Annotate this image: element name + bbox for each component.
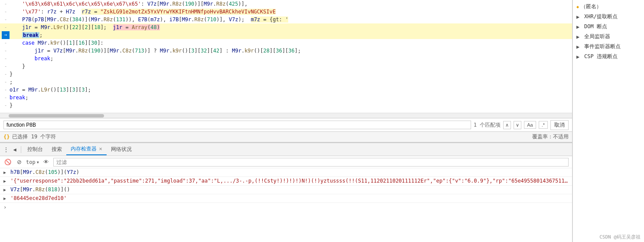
search-prev-button[interactable]: ∧ <box>503 121 511 129</box>
code-content-13: break; <box>10 94 572 101</box>
code-lines: - '\x63\x68\x61\x6c\x6c\x65\x6e\x67\x65'… <box>0 0 572 113</box>
search-match-count: 1 个匹配项 <box>474 121 501 129</box>
csp-arrow-icon: ▶ <box>576 54 582 60</box>
line-gutter-9: - <box>2 62 10 70</box>
tab-console[interactable]: 控制台 <box>23 144 47 155</box>
entry3-text: V7z[M9r.R8z(818)]() <box>10 186 569 193</box>
line-gutter-1: - <box>2 0 10 8</box>
line-gutter-5: → <box>2 31 10 39</box>
clear-console-button[interactable]: 🚫 <box>3 158 12 167</box>
code-line-2: - '\x77': r7z + H7z r7z = "ZskLG91e2motZ… <box>0 8 572 16</box>
line-gutter-12: - <box>2 86 10 94</box>
code-line-13: - break; <box>0 94 572 101</box>
tab-separator-1 <box>21 146 21 153</box>
code-area: - '\x63\x68\x61\x6c\x6c\x65\x6e\x67\x65'… <box>0 0 572 118</box>
prompt-icon: › <box>3 204 7 210</box>
entry1-text: h7B[M9r.C8z(105)](Y7z) <box>10 169 569 175</box>
code-line-11: - ; <box>0 78 572 86</box>
code-content-4: j1r = M9r.L9r()[22][2][18]; j1r = Array(… <box>10 23 572 31</box>
entry3-expand-arrow[interactable]: ▶ <box>3 186 10 192</box>
context-dropdown-icon: ▾ <box>36 159 39 165</box>
entry2-expand-arrow[interactable]: ▶ <box>3 178 10 183</box>
console-settings-button[interactable]: ⊘ <box>15 158 23 167</box>
console-entry-4: ▶ '86445ece28d7ed10' <box>0 194 572 203</box>
search-input[interactable] <box>3 121 471 129</box>
code-line-9: - } <box>0 62 572 70</box>
code-content-3: P7B(p7B[M9r.C8z(384)](M9r.R8z(131)), E7B… <box>10 16 572 23</box>
code-line-8: - break; <box>0 55 572 62</box>
entry4-text: '86445ece28d7ed10' <box>10 195 569 201</box>
event-label: 事件监听器断点 <box>584 43 621 50</box>
right-panel-xhr[interactable]: ▶ XHR/提取断点 <box>573 12 644 22</box>
code-content-10: } <box>10 70 572 78</box>
code-content-1: '\x63\x68\x61\x6c\x6c\x65\x6e\x67\x65': … <box>10 0 572 8</box>
right-panel-global[interactable]: ▶ 全局监听器 <box>573 32 644 42</box>
horizontal-scrollbar[interactable] <box>0 113 572 118</box>
right-panel-csp[interactable]: ▶ CSP 违规断点 <box>573 52 644 62</box>
tab-memory-close[interactable]: ✕ <box>99 147 102 151</box>
console-area: ⋮ ◀ 控制台 搜索 内存检查器 ✕ 网络状况 🚫 ⊘ top ▾ 👁 <box>0 142 572 242</box>
right-panel: ◆ （匿名） ▶ XHR/提取断点 ▶ DOM 断点 ▶ 全局监听器 ▶ 事件监… <box>572 0 644 242</box>
context-selector[interactable]: top ▾ <box>26 159 39 165</box>
entry4-expand-arrow[interactable]: ▶ <box>3 195 10 201</box>
dom-label: DOM 断点 <box>584 23 607 30</box>
dom-arrow-icon: ▶ <box>576 24 582 30</box>
code-line-1: - '\x63\x68\x61\x6c\x6c\x65\x6e\x67\x65'… <box>0 0 572 8</box>
code-content-7: j1r = V7z[M9r.R8z(190)][M9r.C8z(713)] ? … <box>10 47 572 55</box>
global-arrow-icon: ▶ <box>576 34 582 40</box>
entry2-text: '{"userresponse":"22bb2bedd61a","passtim… <box>10 178 569 184</box>
status-bar: {} 已选择 19 个字符 覆盖率：不适用 <box>0 132 572 142</box>
code-line-10: - } <box>0 70 572 78</box>
console-entry-3: ▶ V7z[M9r.R8z(818)]() <box>0 186 572 194</box>
code-line-12: - o1r = M9r.L9r()[13][3][3]; <box>0 86 572 94</box>
console-tabs: ⋮ ◀ 控制台 搜索 内存检查器 ✕ 网络状况 <box>0 143 572 156</box>
entry1-expand-arrow[interactable]: ▶ <box>3 169 10 175</box>
watermark: CSDN @码王吴彦祖 <box>599 234 641 240</box>
right-panel-dom[interactable]: ▶ DOM 断点 <box>573 22 644 32</box>
search-regex-button[interactable]: .* <box>539 121 548 129</box>
line-gutter-3: - <box>2 16 10 23</box>
scroll-thumb[interactable] <box>9 114 104 118</box>
main-container: - '\x63\x68\x61\x6c\x6c\x65\x6e\x67\x65'… <box>0 0 644 242</box>
event-arrow-icon: ▶ <box>576 44 582 50</box>
line-gutter-7: - <box>2 47 10 55</box>
global-label: 全局监听器 <box>584 33 610 40</box>
line-gutter-14: - <box>2 101 10 109</box>
console-entry-2: ▶ '{"userresponse":"22bb2bedd61a","passt… <box>0 177 572 186</box>
filter-input[interactable] <box>53 158 569 167</box>
xhr-label: XHR/提取断点 <box>584 13 618 20</box>
code-content-8: break; <box>10 55 572 62</box>
status-left: {} 已选择 19 个字符 <box>3 133 56 141</box>
line-gutter-4: - <box>2 23 10 31</box>
search-cancel-button[interactable]: 取消 <box>550 120 569 130</box>
selected-chars-label: 已选择 19 个字符 <box>12 133 56 141</box>
eye-button[interactable]: 👁 <box>42 158 51 167</box>
line-gutter-13: - <box>2 94 10 101</box>
format-icon: {} <box>3 134 10 140</box>
code-content-14: } <box>10 101 572 109</box>
code-content-12: o1r = M9r.L9r()[13][3][3]; <box>10 86 572 94</box>
code-line-5-break: → break; <box>0 31 572 39</box>
code-line-7: - j1r = V7z[M9r.R8z(190)][M9r.C8z(713)] … <box>0 47 572 55</box>
line-gutter-10: - <box>2 70 10 78</box>
console-prompt: › <box>0 203 572 212</box>
code-content-5: break; <box>10 31 572 39</box>
right-panel-event[interactable]: ▶ 事件监听器断点 <box>573 42 644 52</box>
code-line-6: - case M9r.k9r()[1][16][30]: <box>0 39 572 47</box>
right-panel-anonymous[interactable]: ◆ （匿名） <box>573 2 644 12</box>
line-gutter-6: - <box>2 39 10 47</box>
code-content-11: ; <box>10 78 572 86</box>
search-case-button[interactable]: Aa <box>524 121 536 129</box>
search-bar: 1 个匹配项 ∧ ∨ Aa .* 取消 <box>0 118 572 132</box>
console-entry-1: ▶ h7B[M9r.C8z(105)](Y7z) <box>0 168 572 177</box>
console-expand-button[interactable]: ◀ <box>10 145 19 154</box>
console-menu-icon[interactable]: ⋮ <box>2 145 10 154</box>
tab-memory[interactable]: 内存检查器 ✕ <box>66 144 107 155</box>
line-gutter-2: - <box>2 8 10 16</box>
coverage-label: 覆盖率：不适用 <box>532 133 569 141</box>
line-gutter-11: - <box>2 78 10 86</box>
tab-network[interactable]: 网络状况 <box>107 144 136 155</box>
search-next-button[interactable]: ∨ <box>514 121 521 129</box>
tab-search[interactable]: 搜索 <box>47 144 66 155</box>
code-line-4: - j1r = M9r.L9r()[22][2][18]; j1r = Arra… <box>0 23 572 31</box>
